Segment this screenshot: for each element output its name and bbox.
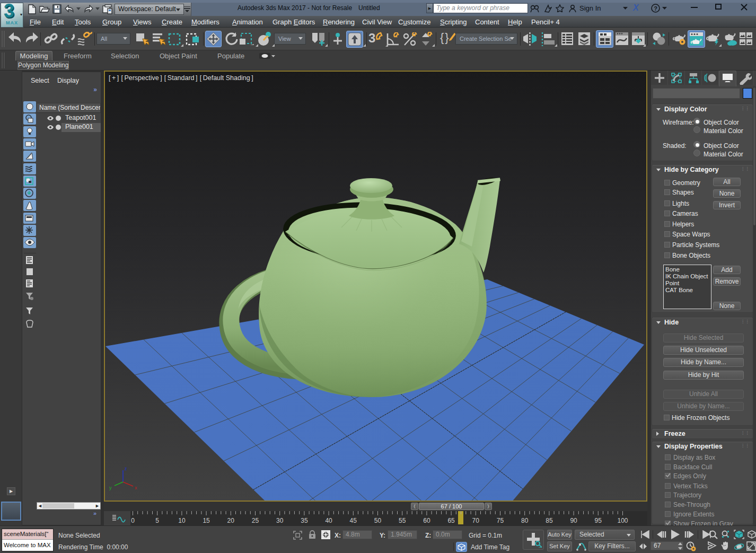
svg-text:60: 60 — [423, 517, 430, 524]
svg-text:0: 0 — [131, 517, 135, 524]
svg-text:80: 80 — [521, 517, 529, 524]
svg-text:z: z — [125, 466, 127, 471]
svg-text:50: 50 — [374, 517, 382, 524]
svg-text:100: 100 — [617, 517, 628, 524]
svg-text:95: 95 — [595, 517, 602, 524]
svg-text:y: y — [109, 485, 112, 490]
svg-text:45: 45 — [350, 517, 357, 524]
svg-text:10: 10 — [178, 517, 186, 524]
svg-text:25: 25 — [252, 517, 259, 524]
svg-text:x: x — [135, 485, 137, 490]
svg-text:75: 75 — [497, 517, 504, 524]
svg-text:70: 70 — [472, 517, 480, 524]
svg-text:65: 65 — [447, 517, 455, 524]
svg-text:90: 90 — [570, 517, 577, 524]
svg-text:55: 55 — [399, 517, 406, 524]
svg-text:5: 5 — [155, 517, 159, 524]
svg-text:85: 85 — [546, 517, 553, 524]
svg-text:20: 20 — [227, 517, 235, 524]
svg-text:30: 30 — [276, 517, 284, 524]
svg-text:?: ? — [654, 5, 657, 12]
svg-text:15: 15 — [203, 517, 210, 524]
svg-text:35: 35 — [301, 517, 308, 524]
svg-text:40: 40 — [325, 517, 332, 524]
